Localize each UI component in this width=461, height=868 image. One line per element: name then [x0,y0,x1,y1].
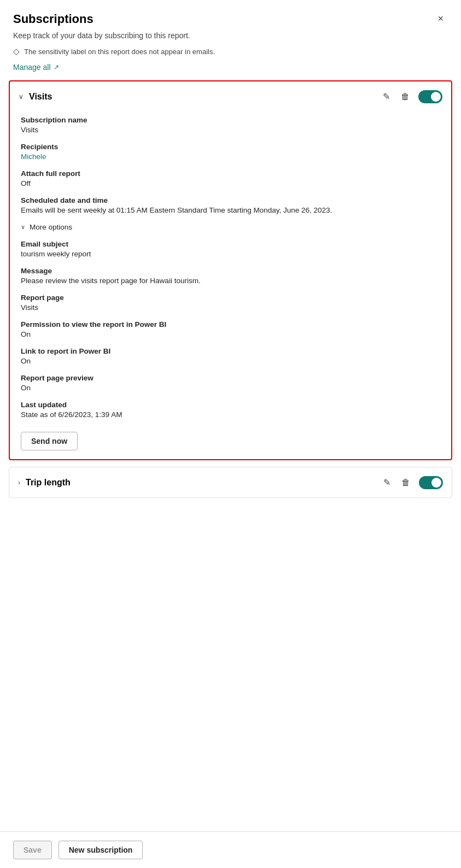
trip-length-subscription-card: › Trip length ✎ 🗑 [9,467,452,498]
visits-card-header[interactable]: ∨ Visits ✎ 🗑 [10,81,451,112]
scheduled-label: Scheduled date and time [21,196,440,204]
preview-value: On [21,384,440,392]
permission-label: Permission to view the report in Power B… [21,320,440,329]
email-subject-value: tourism weekly report [21,250,440,258]
report-page-field: Report page Visits [21,294,440,312]
link-field: Link to report in Power BI On [21,347,440,365]
attach-report-label: Attach full report [21,169,440,178]
email-subject-label: Email subject [21,240,440,248]
send-now-button[interactable]: Send now [21,432,78,450]
panel-description: Keep track of your data by subscribing t… [0,31,461,44]
trip-length-card-header[interactable]: › Trip length ✎ 🗑 [9,467,452,497]
sensitivity-note-row: ◇ The sensitivity label on this report d… [0,44,461,61]
trip-length-header-right: ✎ 🗑 [381,475,443,490]
recipients-field: Recipients Michele [21,143,440,161]
permission-field: Permission to view the report in Power B… [21,320,440,338]
visits-header-right: ✎ 🗑 [381,89,442,104]
tag-icon: ◇ [13,46,20,56]
last-updated-field: Last updated State as of 6/26/2023, 1:39… [21,401,440,419]
external-link-icon: ↗ [54,63,59,71]
permission-value: On [21,330,440,338]
more-options-label: More options [30,223,72,231]
visits-delete-icon[interactable]: 🗑 [399,90,412,104]
subscriptions-panel: Subscriptions × Keep track of your data … [0,0,461,868]
visits-chevron-down-icon: ∨ [19,93,24,101]
report-page-value: Visits [21,303,440,312]
visits-edit-icon[interactable]: ✎ [381,89,392,104]
message-label: Message [21,267,440,275]
close-button[interactable]: × [433,11,448,27]
visits-toggle[interactable] [418,90,442,103]
trip-length-chevron-right-icon: › [18,479,20,486]
preview-field: Report page preview On [21,374,440,392]
save-button: Save [13,841,52,859]
subscription-name-field: Subscription name Visits [21,116,440,134]
more-options-row[interactable]: ∨ More options [21,223,440,231]
recipients-value: Michele [21,153,440,161]
trip-length-header-left: › Trip length [18,478,71,488]
scheduled-field: Scheduled date and time Emails will be s… [21,196,440,214]
attach-report-field: Attach full report Off [21,169,440,187]
more-options-chevron-icon: ∨ [21,224,25,231]
visits-subscription-card: ∨ Visits ✎ 🗑 Subscription name Visits Re… [9,80,452,460]
panel-header: Subscriptions × [0,0,461,31]
email-subject-field: Email subject tourism weekly report [21,240,440,258]
recipients-label: Recipients [21,143,440,151]
manage-all-label: Manage all [13,63,51,72]
report-page-label: Report page [21,294,440,302]
manage-all-link[interactable]: Manage all ↗ [0,61,461,80]
visits-card-title: Visits [29,92,52,102]
trip-length-delete-icon[interactable]: 🗑 [399,476,412,490]
subscription-name-value: Visits [21,126,440,134]
new-subscription-button[interactable]: New subscription [59,841,143,859]
trip-length-edit-icon[interactable]: ✎ [381,475,393,490]
message-field: Message Please review the visits report … [21,267,440,285]
trip-length-card-title: Trip length [26,478,71,488]
sensitivity-note-text: The sensitivity label on this report doe… [24,48,215,56]
bottom-bar: Save New subscription [0,831,461,868]
scheduled-value: Emails will be sent weekly at 01:15 AM E… [21,206,440,214]
visits-header-left: ∨ Visits [19,92,52,102]
message-value: Please review the visits report page for… [21,277,440,285]
link-label: Link to report in Power BI [21,347,440,355]
trip-length-toggle[interactable] [419,476,443,489]
attach-report-value: Off [21,179,440,187]
link-value: On [21,357,440,365]
last-updated-label: Last updated [21,401,440,409]
last-updated-value: State as of 6/26/2023, 1:39 AM [21,410,440,419]
panel-title: Subscriptions [13,12,94,26]
visits-card-body: Subscription name Visits Recipients Mich… [10,112,451,459]
preview-label: Report page preview [21,374,440,382]
subscription-name-label: Subscription name [21,116,440,124]
